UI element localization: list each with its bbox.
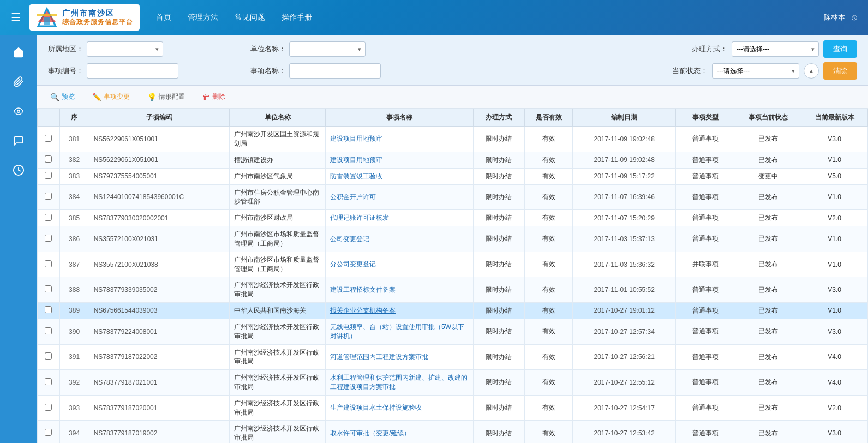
unit-select[interactable]: [289, 41, 366, 57]
sidebar-item-home[interactable]: [5, 40, 32, 65]
row-handle: 限时办结: [473, 344, 525, 370]
row-code: NS124401007418543960001C: [89, 184, 230, 210]
nav-home[interactable]: 首页: [156, 13, 171, 22]
menu-toggle-icon[interactable]: ☰: [11, 11, 21, 24]
row-task[interactable]: 报关企业分支机构备案: [326, 302, 473, 319]
row-date: 2017-10-27 12:55:12: [573, 370, 676, 396]
row-checkbox-cell[interactable]: [38, 302, 60, 319]
clear-button[interactable]: 清除: [823, 62, 857, 80]
row-checkbox-cell[interactable]: [38, 319, 60, 344]
table-row[interactable]: 388 NS783779339035002 广州南沙经济技术开发区行政审批局 建…: [38, 277, 868, 303]
table-row[interactable]: 387 NS35572100X021038 广州市南沙区市场和质量监督管理局（工…: [38, 252, 868, 277]
table-row[interactable]: 383 NS797375554005001 广州市南沙区气象局 防雷装置竣工验收…: [38, 168, 868, 184]
row-checkbox[interactable]: [45, 135, 52, 142]
row-checkbox[interactable]: [45, 306, 52, 313]
table-row[interactable]: 382 NS56229061X051001 槽沥镇建设办 建设项目用地预审 限时…: [38, 152, 868, 168]
row-checkbox[interactable]: [45, 235, 52, 242]
row-unit: 广州南沙经济技术开发区行政审批局: [230, 370, 326, 396]
row-checkbox-cell[interactable]: [38, 344, 60, 370]
table-row[interactable]: 386 NS35572100X021031 广州市南沙区市场和质量监督管理局（工…: [38, 226, 868, 252]
row-checkbox[interactable]: [45, 285, 52, 292]
nav-faq[interactable]: 常见问题: [235, 13, 265, 22]
collapse-button[interactable]: ▲: [804, 63, 819, 79]
row-checkbox-cell[interactable]: [38, 277, 60, 303]
row-checkbox[interactable]: [45, 404, 52, 411]
table-row[interactable]: 384 NS124401007418543960001C 广州市住房公积金管理中…: [38, 184, 868, 210]
handle-label: 办理方式：: [692, 44, 727, 54]
logout-icon[interactable]: ⎋: [852, 13, 857, 22]
table-row[interactable]: 385 NS783779030020002001 广州市南沙区财政局 代理记账许…: [38, 210, 868, 226]
table-row[interactable]: 381 NS56229061X051001 广州南沙开发区国土资源和规划局 建设…: [38, 127, 868, 152]
handle-select[interactable]: ---请选择---: [732, 41, 819, 57]
query-button[interactable]: 查询: [823, 40, 857, 58]
row-cur-status: 已发布: [735, 184, 801, 210]
logo-area: 广州市南沙区 综合政务服务信息平台: [29, 4, 140, 31]
config-button[interactable]: ✏️ 事项变更: [88, 90, 134, 104]
region-select[interactable]: [87, 41, 163, 57]
row-cur-status: 变更中: [735, 168, 801, 184]
item-name-input[interactable]: [289, 63, 381, 79]
row-checkbox-cell[interactable]: [38, 421, 60, 443]
row-checkbox-cell[interactable]: [38, 210, 60, 226]
status-select[interactable]: ---请选择---: [712, 63, 799, 79]
row-handle: 限时办结: [473, 152, 525, 168]
main-content: 所属地区： 单位名称： 办理方式：: [37, 35, 868, 443]
row-type: 普通事项: [676, 344, 735, 370]
scene-button[interactable]: 💡 情形配置: [143, 90, 189, 104]
table-row[interactable]: 389 NS675661544039003 中华人民共和国南沙海关 报关企业分支…: [38, 302, 868, 319]
row-cur-status: 已发布: [735, 344, 801, 370]
row-date: 2017-11-07 15:20:29: [573, 210, 676, 226]
bulb-icon: 💡: [147, 93, 157, 101]
sidebar-item-history[interactable]: [5, 158, 32, 183]
filter-row-2: 事项编号： 事项名称： 当前状态： ---请选择--- ▲ 清除: [48, 62, 857, 80]
row-checkbox[interactable]: [45, 214, 52, 221]
table-row[interactable]: 392 NS783779187021001 广州南沙经济技术开发区行政审批局 水…: [38, 370, 868, 396]
header-right: 陈林本 ⎋: [824, 13, 857, 22]
row-handle: 限时办结: [473, 252, 525, 277]
item-no-input[interactable]: [87, 63, 178, 79]
sidebar-item-chat[interactable]: [5, 129, 32, 154]
row-checkbox[interactable]: [45, 429, 52, 436]
nav-manual[interactable]: 操作手册: [282, 13, 312, 22]
row-checkbox[interactable]: [45, 327, 52, 334]
table-row[interactable]: 391 NS783779187022002 广州南沙经济技术开发区行政审批局 河…: [38, 344, 868, 370]
row-checkbox-cell[interactable]: [38, 127, 60, 152]
eye-icon: [13, 106, 25, 116]
row-type: 普通事项: [676, 152, 735, 168]
sidebar-item-eye[interactable]: [5, 99, 32, 124]
row-handle: 限时办结: [473, 319, 525, 344]
table-row[interactable]: 393 NS783779187020001 广州南沙经济技术开发区行政审批局 生…: [38, 395, 868, 421]
row-checkbox-cell[interactable]: [38, 184, 60, 210]
table-row[interactable]: 390 NS783779224008001 广州南沙经济技术开发区行政审批局 无…: [38, 319, 868, 344]
row-seq: 382: [59, 152, 89, 168]
delete-button[interactable]: 🗑 删除: [198, 90, 230, 104]
row-checkbox[interactable]: [45, 172, 52, 179]
row-unit: 中华人民共和国南沙海关: [230, 302, 326, 319]
row-unit: 广州市南沙区气象局: [230, 168, 326, 184]
preview-button[interactable]: 🔍 预览: [46, 90, 79, 104]
row-seq: 381: [59, 127, 89, 152]
row-checkbox[interactable]: [45, 260, 52, 267]
row-checkbox[interactable]: [45, 193, 52, 200]
username-label: 陈林本: [824, 13, 845, 22]
row-checkbox-cell[interactable]: [38, 395, 60, 421]
row-handle: 限时办结: [473, 210, 525, 226]
row-checkbox-cell[interactable]: [38, 168, 60, 184]
row-type: 普通事项: [676, 210, 735, 226]
row-checkbox[interactable]: [45, 378, 52, 385]
row-version: V1.0: [801, 252, 868, 277]
sidebar-item-clip[interactable]: [5, 70, 32, 95]
row-checkbox[interactable]: [45, 155, 52, 163]
col-code: 子项编码: [89, 109, 230, 127]
row-checkbox[interactable]: [45, 352, 52, 360]
table-body: 381 NS56229061X051001 广州南沙开发区国土资源和规划局 建设…: [38, 127, 868, 444]
row-checkbox-cell[interactable]: [38, 252, 60, 277]
row-checkbox-cell[interactable]: [38, 152, 60, 168]
row-checkbox-cell[interactable]: [38, 370, 60, 396]
row-task: 公司变更登记: [326, 226, 473, 252]
row-handle: 限时办结: [473, 421, 525, 443]
row-type: 并联事项: [676, 252, 735, 277]
table-row[interactable]: 394 NS783779187019002 广州南沙经济技术开发区行政审批局 取…: [38, 421, 868, 443]
row-checkbox-cell[interactable]: [38, 226, 60, 252]
nav-management[interactable]: 管理方法: [188, 13, 218, 22]
